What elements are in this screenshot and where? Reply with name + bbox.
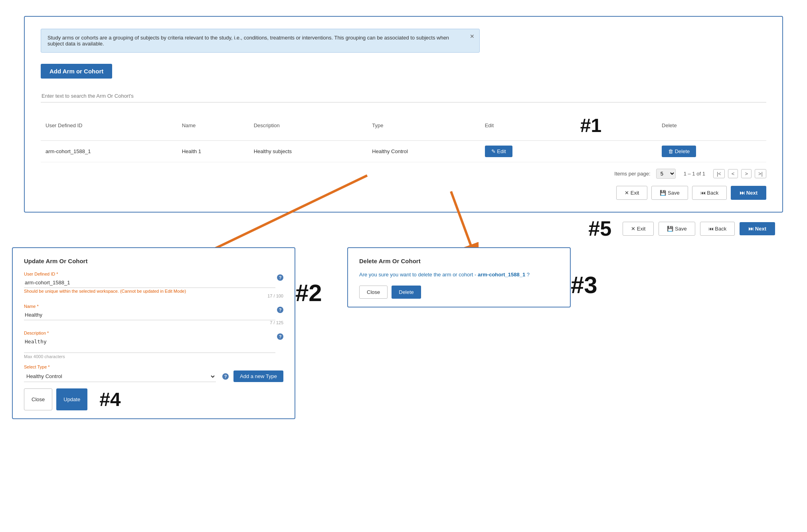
bottom-bar: #5 ✕ Exit 💾 Save ⏮ Back ⏭ Next [588, 217, 775, 240]
user-defined-id-hint: Should be unique within the selected wor… [24, 289, 275, 294]
update-arm-panel: Update Arm Or Cohort User Defined ID * S… [12, 247, 295, 419]
max-chars: Max 4000 characters [24, 354, 275, 359]
action-bar: ✕ Exit 💾 Save ⏮ Back ⏭ Next [41, 186, 766, 200]
description-field: Description * Healthy Max 4000 character… [24, 331, 283, 359]
description-info-icon: ? [277, 333, 283, 340]
delete-close-button[interactable]: Close [359, 286, 388, 299]
bottom-exit-button[interactable]: ✕ Exit [623, 222, 654, 236]
name-label: Name * [24, 304, 275, 309]
cell-delete: 🗑 Delete [657, 141, 766, 162]
alert-text: Study arms or cohorts are a grouping of … [47, 35, 449, 47]
cell-description: Healthy subjects [249, 141, 368, 162]
prev-page-button[interactable]: < [728, 169, 738, 178]
step4-badge: #4 [99, 388, 121, 410]
add-arm-cohort-button[interactable]: Add Arm or Cohort [41, 64, 112, 79]
col-header-id: User Defined ID [41, 110, 177, 141]
col-header-edit: Edit [480, 110, 572, 141]
name-count: 7 / 125 [24, 320, 283, 325]
user-defined-id-info-icon: ? [277, 274, 283, 281]
next-page-button[interactable]: > [741, 169, 752, 178]
delete-panel-action-bar: Close Delete [359, 286, 559, 299]
delete-confirm-text: Are you sure you want to delete the arm … [359, 272, 559, 278]
name-info-icon: ? [277, 307, 283, 313]
select-type-dropdown[interactable]: Healthy Control [24, 371, 216, 382]
exit-button[interactable]: ✕ Exit [616, 186, 647, 200]
add-new-type-button[interactable]: Add a new Type [233, 370, 283, 382]
main-panel: Study arms or cohorts are a grouping of … [24, 16, 783, 213]
select-type-info-icon: ? [222, 373, 229, 380]
delete-table-button[interactable]: 🗑 Delete [662, 146, 696, 157]
table-row: arm-cohort_1588_1 Health 1 Healthy subje… [41, 141, 766, 162]
info-alert: Study arms or cohorts are a grouping of … [41, 29, 480, 53]
step3-badge: #3 [571, 271, 597, 299]
arm-cohort-table: User Defined ID Name Description Type Ed… [41, 110, 766, 162]
bottom-next-button[interactable]: ⏭ Next [740, 222, 775, 235]
user-defined-id-label: User Defined ID * [24, 272, 275, 276]
pagination-row: Items per page: 5 10 25 1 – 1 of 1 |< < … [41, 169, 766, 179]
cell-type: Healthy Control [367, 141, 480, 162]
select-type-field: Select Type * Healthy Control ? Add a ne… [24, 365, 283, 382]
delete-confirm-suffix: ? [527, 272, 530, 278]
back-button[interactable]: ⏮ Back [692, 186, 727, 200]
col-header-delete: Delete [657, 110, 766, 141]
close-alert-icon[interactable]: ✕ [470, 33, 475, 39]
cell-name: Health 1 [177, 141, 249, 162]
delete-confirm-button[interactable]: Delete [392, 286, 421, 299]
user-defined-id-field: User Defined ID * Should be unique withi… [24, 272, 283, 298]
edit-button[interactable]: ✎ Edit [485, 146, 512, 157]
bottom-back-button[interactable]: ⏮ Back [700, 222, 735, 236]
update-panel-title: Update Arm Or Cohort [24, 258, 283, 264]
name-input[interactable] [24, 310, 275, 320]
last-page-button[interactable]: >| [755, 169, 766, 178]
cell-edit: ✎ Edit [480, 141, 572, 162]
delete-confirm-prefix: Are you sure you want to delete the arm … [359, 272, 478, 278]
delete-arm-panel: Delete Arm Or Cohort Are you sure you wa… [347, 247, 571, 307]
first-page-button[interactable]: |< [713, 169, 725, 178]
page-info: 1 – 1 of 1 [684, 171, 705, 177]
delete-panel-title: Delete Arm Or Cohort [359, 258, 559, 264]
col-header-step1: #1 [572, 110, 657, 141]
search-input[interactable] [41, 90, 766, 102]
update-panel-action-bar: Close Update #4 [24, 388, 283, 410]
delete-confirm-id: arm-cohort_1588_1 [478, 272, 525, 278]
next-button[interactable]: ⏭ Next [731, 186, 766, 200]
user-defined-id-count: 17 / 100 [24, 294, 283, 298]
update-button[interactable]: Update [56, 388, 87, 410]
main-wrapper: Study arms or cohorts are a grouping of … [0, 0, 807, 252]
save-button[interactable]: 💾 Save [651, 186, 688, 200]
table-header-row: User Defined ID Name Description Type Ed… [41, 110, 766, 141]
name-field: Name * ? 7 / 125 [24, 304, 283, 325]
description-input[interactable]: Healthy [24, 337, 275, 353]
col-header-name: Name [177, 110, 249, 141]
bottom-save-button[interactable]: 💾 Save [659, 222, 695, 236]
cell-id: arm-cohort_1588_1 [41, 141, 177, 162]
update-close-button[interactable]: Close [24, 388, 52, 410]
col-header-description: Description [249, 110, 368, 141]
step5-badge: #5 [588, 217, 611, 240]
step2-badge: #2 [295, 279, 322, 307]
items-per-page-select[interactable]: 5 10 25 [656, 169, 676, 179]
select-type-label: Select Type * [24, 365, 283, 369]
col-header-type: Type [367, 110, 480, 141]
user-defined-id-input[interactable] [24, 278, 275, 288]
items-per-page-label: Items per page: [614, 171, 650, 177]
description-label: Description * [24, 331, 275, 335]
